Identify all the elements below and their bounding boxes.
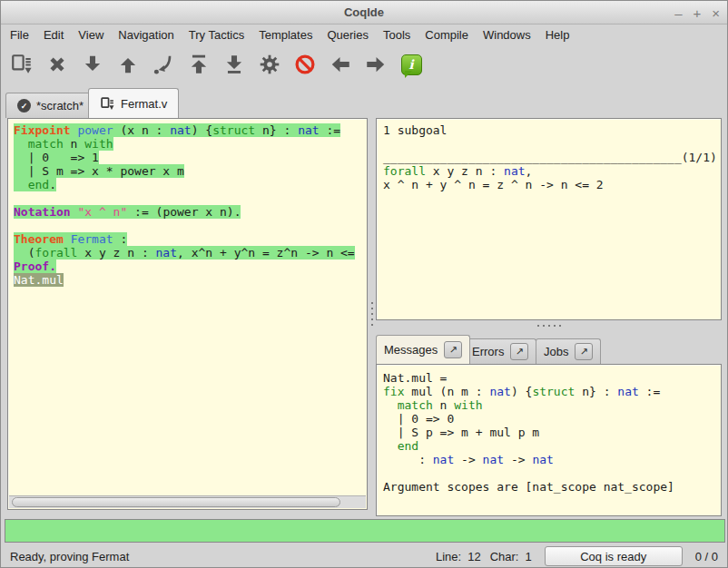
code-line: Nat.mul = bbox=[383, 371, 721, 385]
save-button[interactable] bbox=[8, 51, 35, 78]
detach-jobs-button[interactable] bbox=[575, 343, 593, 360]
menu-item-tools[interactable]: Tools bbox=[376, 26, 418, 44]
tab-fermat-label: Fermat.v bbox=[121, 97, 167, 111]
menu-item-queries[interactable]: Queries bbox=[320, 26, 376, 44]
code-line: Proof. bbox=[14, 260, 366, 273]
menu-item-edit[interactable]: Edit bbox=[36, 26, 71, 44]
vertical-splitter[interactable] bbox=[368, 118, 376, 510]
messages-view[interactable]: Nat.mul =fix mul (n m : nat) {struct n} … bbox=[377, 365, 721, 515]
up-arrow-icon bbox=[116, 53, 140, 76]
line-value: 12 bbox=[467, 550, 480, 563]
menu-bar: FileEditViewNavigationTry TacticsTemplat… bbox=[1, 24, 727, 44]
goals-panel: 1 subgoal ______________________________… bbox=[376, 118, 722, 320]
tab-scratch-label: *scratch* bbox=[36, 99, 84, 113]
go-down-button[interactable] bbox=[79, 51, 106, 78]
window-title: CoqIde bbox=[1, 5, 727, 19]
code-line: Notation "x ^ n" := (power x n). bbox=[14, 205, 366, 219]
close-doc-icon bbox=[45, 53, 69, 76]
down-arrow-icon bbox=[81, 53, 104, 76]
tab-messages[interactable]: Messages bbox=[376, 335, 470, 364]
interrupt-icon bbox=[293, 53, 317, 76]
goals-view[interactable]: 1 subgoal ______________________________… bbox=[377, 119, 721, 319]
menu-item-templates[interactable]: Templates bbox=[251, 26, 320, 44]
forward-arrow-icon bbox=[364, 53, 388, 76]
document-tab-bar: *scratch* Fermat.v bbox=[1, 84, 727, 118]
menu-item-windows[interactable]: Windows bbox=[476, 26, 538, 44]
char-value: 1 bbox=[525, 550, 531, 563]
code-line: match n with bbox=[14, 137, 366, 151]
code-line: end. bbox=[14, 178, 366, 191]
code-line: | 0 => 0 bbox=[383, 412, 721, 426]
menu-item-view[interactable]: View bbox=[71, 26, 111, 44]
menu-item-try-tactics[interactable]: Try Tactics bbox=[182, 26, 251, 44]
message-tab-bar: Messages Errors Jobs bbox=[376, 331, 722, 364]
save-icon bbox=[100, 96, 115, 112]
menu-item-compile[interactable]: Compile bbox=[418, 26, 476, 44]
check-circle-icon bbox=[17, 99, 31, 113]
code-line bbox=[383, 137, 721, 151]
code-line: Nat.mul bbox=[14, 273, 366, 287]
detach-errors-button[interactable] bbox=[510, 343, 528, 360]
back-button[interactable] bbox=[327, 51, 354, 78]
line-label: Line: bbox=[436, 550, 461, 563]
minimize-icon[interactable]: – bbox=[674, 6, 682, 20]
code-line: fix mul (n m : nat) {struct n} : nat := bbox=[383, 385, 721, 398]
menu-item-navigation[interactable]: Navigation bbox=[111, 26, 181, 44]
scrollbar-thumb[interactable] bbox=[12, 497, 340, 507]
tab-jobs[interactable]: Jobs bbox=[536, 338, 601, 364]
forward-button[interactable] bbox=[362, 51, 389, 78]
code-line bbox=[383, 466, 721, 480]
close-doc-button[interactable] bbox=[44, 51, 71, 78]
code-line: Fixpoint power (x n : nat) {struct n} : … bbox=[14, 123, 366, 137]
horizontal-scrollbar[interactable] bbox=[9, 495, 366, 508]
code-line: end bbox=[383, 439, 721, 453]
menu-item-file[interactable]: File bbox=[3, 26, 36, 44]
progress-strip bbox=[5, 519, 725, 543]
tab-messages-label: Messages bbox=[384, 343, 438, 357]
go-to-cursor-icon bbox=[152, 53, 175, 76]
go-to-start-button[interactable] bbox=[185, 51, 212, 78]
code-line: : nat -> nat -> nat bbox=[383, 453, 721, 466]
menu-item-help[interactable]: Help bbox=[538, 26, 577, 44]
toolbar: i bbox=[1, 44, 727, 84]
gear-icon bbox=[258, 53, 281, 76]
code-line: forall x y z n : nat, bbox=[383, 164, 721, 178]
about-info-icon: i bbox=[401, 54, 422, 75]
close-icon[interactable]: × bbox=[712, 6, 720, 20]
go-to-end-button[interactable] bbox=[221, 51, 248, 78]
about-button[interactable]: i bbox=[398, 51, 425, 78]
tab-errors[interactable]: Errors bbox=[464, 338, 536, 364]
detach-messages-button[interactable] bbox=[444, 341, 462, 358]
status-bar: Ready, proving Fermat Line: 12 Char: 1 C… bbox=[1, 544, 727, 568]
script-editor[interactable]: Fixpoint power (x n : nat) {struct n} : … bbox=[9, 120, 366, 495]
window-controls: – + × bbox=[674, 1, 720, 24]
code-line bbox=[14, 191, 366, 205]
code-line: Theorem Fermat : bbox=[14, 232, 366, 246]
messages-panel: Nat.mul =fix mul (n m : nat) {struct n} … bbox=[376, 364, 722, 516]
code-line: ________________________________________… bbox=[383, 151, 721, 164]
title-bar: CoqIde – + × bbox=[1, 1, 727, 24]
tab-errors-label: Errors bbox=[472, 345, 504, 358]
code-line: | S m => x * power x m bbox=[14, 164, 366, 178]
char-label: Char: bbox=[490, 550, 519, 563]
horizontal-splitter[interactable] bbox=[376, 320, 722, 331]
coqide-window: CoqIde – + × FileEditViewNavigationTry T… bbox=[0, 0, 728, 568]
main-area: Fixpoint power (x n : nat) {struct n} : … bbox=[1, 118, 727, 516]
code-line: 1 subgoal bbox=[383, 123, 721, 137]
script-editor-panel: Fixpoint power (x n : nat) {struct n} : … bbox=[7, 118, 368, 510]
code-line: x ^ n + y ^ n = z ^ n -> n <= 2 bbox=[383, 178, 721, 191]
go-to-start-icon bbox=[187, 53, 211, 76]
go-up-button[interactable] bbox=[114, 51, 142, 78]
code-line bbox=[14, 219, 366, 232]
interrupt-button[interactable] bbox=[291, 51, 319, 78]
save-icon bbox=[10, 53, 34, 76]
tab-scratch[interactable]: *scratch* bbox=[5, 93, 95, 118]
tab-fermat[interactable]: Fermat.v bbox=[88, 88, 179, 118]
status-message: Ready, proving Fermat bbox=[10, 550, 436, 563]
code-line: (forall x y z n : nat, x^n + y^n = z^n -… bbox=[14, 246, 366, 260]
go-to-cursor-button[interactable] bbox=[150, 51, 177, 78]
maximize-icon[interactable]: + bbox=[693, 6, 701, 20]
preferences-button[interactable] bbox=[256, 51, 283, 78]
status-right-cluster: Line: 12 Char: 1 Coq is ready 0 / 0 bbox=[436, 546, 718, 566]
back-arrow-icon bbox=[329, 53, 352, 76]
